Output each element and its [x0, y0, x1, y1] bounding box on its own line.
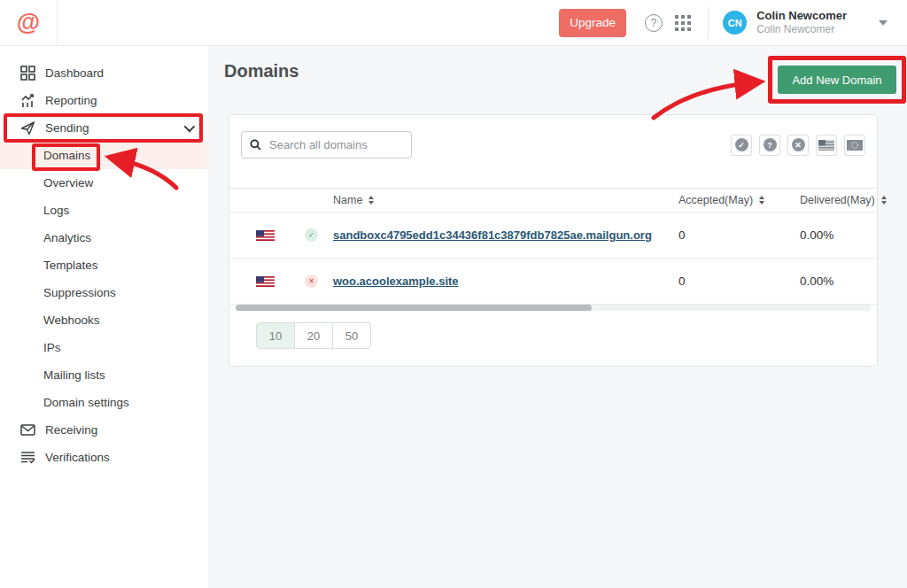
- column-header-name[interactable]: Name: [333, 189, 374, 212]
- filter-eu-region-button[interactable]: [844, 135, 865, 156]
- table-row: ✕ woo.acoolexample.site 0 0.00%: [229, 259, 877, 305]
- delivered-value: 0.00%: [800, 259, 833, 304]
- main-content: Domains Add New Domain ✓ ?: [208, 46, 907, 588]
- mailgun-app: @ Upgrade ? CN Colin Newcomer Colin Newc…: [0, 0, 907, 588]
- page-size-20-button[interactable]: 20: [294, 322, 333, 349]
- dashboard-icon: [19, 66, 35, 81]
- logo-container[interactable]: @: [0, 0, 58, 46]
- chevron-down-icon: [184, 121, 196, 133]
- sidebar-item-templates[interactable]: Templates: [0, 251, 208, 279]
- page-size-10-button[interactable]: 10: [256, 322, 295, 349]
- sidebar-item-reporting[interactable]: Reporting: [0, 87, 208, 114]
- sidebar-label: Logs: [43, 204, 69, 217]
- page-title: Domains: [224, 61, 298, 81]
- sidebar-label: Sending: [45, 121, 89, 135]
- sidebar-label: Domain settings: [43, 396, 129, 409]
- sidebar-item-domains[interactable]: Domains: [0, 142, 208, 169]
- table-header-row: Name Accepted(May) Delivered(May): [229, 188, 877, 213]
- envelope-icon: [19, 422, 35, 437]
- sidebar-item-dashboard[interactable]: Dashboard: [0, 59, 208, 87]
- eu-flag-gray-icon: [847, 140, 863, 151]
- sidebar-item-sending[interactable]: Sending: [0, 114, 208, 142]
- sidebar-item-mailing-lists[interactable]: Mailing lists: [0, 361, 208, 389]
- annotation-box-add-domain: Add New Domain: [768, 56, 906, 104]
- search-input[interactable]: [269, 138, 403, 151]
- sidebar-label: IPs: [43, 341, 61, 354]
- filter-buttons: ✓ ? ✕: [731, 135, 865, 156]
- sidebar-item-verifications[interactable]: Verifications: [0, 444, 208, 471]
- upgrade-button[interactable]: Upgrade: [559, 9, 626, 37]
- sidebar-label: Verifications: [45, 451, 110, 464]
- checklist-icon: [19, 450, 35, 465]
- card-toolbar: ✓ ? ✕: [229, 115, 877, 159]
- sidebar-label: Overview: [43, 176, 93, 190]
- region-flag-icon: [256, 213, 275, 258]
- sidebar-item-overview[interactable]: Overview: [0, 169, 208, 197]
- search-icon: [250, 138, 261, 151]
- sidebar-item-logs[interactable]: Logs: [0, 197, 208, 224]
- sidebar-item-suppressions[interactable]: Suppressions: [0, 279, 208, 306]
- sidebar-label: Reporting: [45, 94, 97, 107]
- user-avatar[interactable]: CN: [723, 11, 747, 35]
- mailgun-logo-icon: @: [17, 11, 40, 35]
- filter-help-button[interactable]: ?: [759, 135, 780, 156]
- filter-us-region-button[interactable]: [816, 135, 837, 156]
- cross-circle-icon: ✕: [792, 138, 805, 151]
- topbar: @ Upgrade ? CN Colin Newcomer Colin Newc…: [0, 0, 907, 46]
- domain-search: [241, 131, 412, 159]
- us-flag-gray-icon: [818, 140, 834, 151]
- delivered-value: 0.00%: [800, 213, 833, 258]
- sidebar-label: Webhooks: [43, 313, 100, 327]
- sidebar-label: Mailing lists: [43, 368, 105, 382]
- column-header-delivered[interactable]: Delivered(May): [800, 189, 887, 212]
- user-subtitle: Colin Newcomer: [756, 23, 847, 36]
- domain-link: sandboxc4795edd1c34436f81c3879fdb7825ae.…: [333, 213, 652, 258]
- horizontal-scrollbar[interactable]: [236, 305, 871, 311]
- sort-icon[interactable]: [881, 196, 887, 205]
- sidebar-item-ips[interactable]: IPs: [0, 334, 208, 361]
- reporting-icon: [19, 93, 35, 108]
- domain-link: woo.acoolexample.site: [333, 259, 459, 304]
- domain-link-sandbox[interactable]: sandboxc4795edd1c34436f81c3879fdb7825ae.…: [333, 228, 652, 242]
- app-grid-icon[interactable]: [675, 15, 691, 31]
- sort-icon[interactable]: [368, 196, 374, 205]
- accepted-value: 0: [678, 213, 686, 258]
- sidebar-item-domain-settings[interactable]: Domain settings: [0, 389, 208, 416]
- filter-verified-button[interactable]: ✓: [731, 135, 752, 156]
- accepted-value: 0: [678, 259, 686, 304]
- question-circle-icon: ?: [764, 138, 777, 151]
- domain-link-woo[interactable]: woo.acoolexample.site: [333, 275, 459, 288]
- sidebar: Dashboard Reporting Sending Domains: [0, 46, 208, 588]
- status-unverified-icon: ✕: [305, 259, 318, 304]
- status-verified-icon: ✓: [305, 213, 318, 258]
- user-name: Colin Newcomer: [756, 9, 847, 23]
- page-size-50-button[interactable]: 50: [332, 322, 371, 349]
- table-row: ✓ sandboxc4795edd1c34436f81c3879fdb7825a…: [229, 213, 877, 259]
- sidebar-item-webhooks[interactable]: Webhooks: [0, 306, 208, 334]
- sidebar-label: Receiving: [45, 423, 97, 437]
- domains-card: ✓ ? ✕: [229, 114, 878, 367]
- column-header-accepted[interactable]: Accepted(May): [678, 189, 764, 212]
- topbar-actions: Upgrade ? CN Colin Newcomer Colin Newcom…: [559, 0, 907, 46]
- region-flag-icon: [256, 259, 275, 304]
- sidebar-label: Suppressions: [43, 286, 116, 299]
- page-size-selector: 10 20 50: [256, 322, 371, 349]
- user-name-block: Colin Newcomer Colin Newcomer: [756, 9, 847, 36]
- user-menu-chevron-icon[interactable]: [879, 20, 888, 26]
- sidebar-item-receiving[interactable]: Receiving: [0, 416, 208, 444]
- topbar-divider: [708, 7, 709, 39]
- check-circle-icon: ✓: [735, 138, 748, 151]
- sidebar-label: Templates: [43, 259, 98, 272]
- domains-table: Name Accepted(May) Delivered(May): [229, 188, 877, 305]
- help-icon[interactable]: ?: [645, 14, 663, 32]
- sidebar-label: Dashboard: [45, 66, 104, 80]
- filter-unverified-button[interactable]: ✕: [787, 135, 809, 156]
- scrollbar-thumb[interactable]: [236, 305, 592, 311]
- sidebar-item-analytics[interactable]: Analytics: [0, 224, 208, 251]
- add-new-domain-button[interactable]: Add New Domain: [778, 66, 896, 94]
- send-icon: [19, 120, 35, 135]
- sidebar-label: Domains: [43, 149, 90, 162]
- sidebar-label: Analytics: [43, 231, 91, 244]
- sort-icon[interactable]: [759, 196, 764, 205]
